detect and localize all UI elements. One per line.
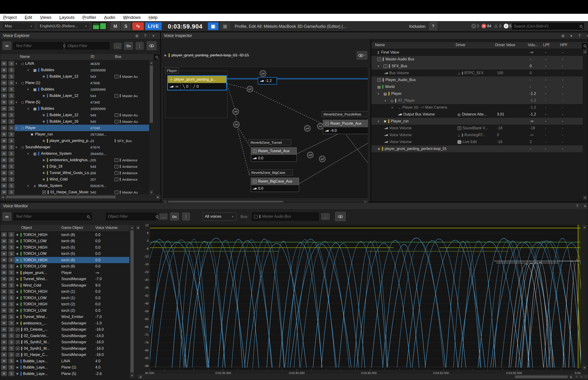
scroll-up-icon[interactable]: ▲ xyxy=(150,61,153,64)
scroll-up-icon[interactable]: ▲ xyxy=(583,50,587,54)
text-filter-input[interactable] xyxy=(16,44,63,48)
voice-row[interactable]: MS✳Bubble_Laye...Plane (5)-2.6 xyxy=(0,371,129,377)
more-options-button[interactable]: … xyxy=(160,213,167,220)
solo-button[interactable]: S xyxy=(8,302,14,307)
mute-button[interactable]: M xyxy=(1,151,7,156)
output-bus-node[interactable]: ▂▄▆-1.2 xyxy=(258,77,277,84)
voice-row[interactable]: MS✳TORCH_LOWtorch (1)0.0 xyxy=(0,295,129,301)
solo-button[interactable]: S xyxy=(8,170,14,175)
scroll-down-icon[interactable]: ▼ xyxy=(583,366,586,369)
object-filter-input[interactable] xyxy=(108,214,156,219)
column-volu-[interactable]: Volu... xyxy=(528,43,538,47)
contribution-row[interactable]: ∨✖Player_run-∞-- xyxy=(372,118,583,125)
solo-button[interactable]: S xyxy=(8,157,14,163)
tree-row[interactable]: MS∨□LAVA46320 xyxy=(0,60,149,67)
contribution-row[interactable]: ∨↑SFX_Bus0-- xyxy=(372,63,583,70)
aux-bus-node[interactable]: ≈Room_BigCave_Aux▂▄▆0.0 xyxy=(251,178,299,192)
bus-field[interactable]: ↑ Master Audio Bus xyxy=(252,212,319,221)
scroll-up-icon[interactable]: ▲ xyxy=(583,225,586,229)
column-game-object[interactable]: Game Object xyxy=(61,226,83,230)
solo-button[interactable]: S xyxy=(8,145,14,150)
object-filter-box[interactable] xyxy=(106,213,157,220)
mute-button[interactable]: M xyxy=(1,170,7,175)
object-filter-input[interactable] xyxy=(68,44,115,48)
contribution-row[interactable]: ≈Player_Audio_Bus--- xyxy=(372,76,583,83)
close-icon[interactable]: × xyxy=(150,33,157,38)
solo-button[interactable]: S xyxy=(8,151,14,156)
link-icon[interactable]: ∞ xyxy=(2,41,11,50)
voice-row[interactable]: MS✳TORCH_HIGHtorch (2)0.0 xyxy=(0,301,129,307)
voice-node[interactable]: ✳player_grunt_panting_p...▂▄▆-∞╲0╱0 xyxy=(167,75,227,91)
chevron-down-icon[interactable]: ∨ xyxy=(15,126,20,130)
solo-button[interactable]: S xyxy=(8,327,14,332)
solo-button[interactable]: S xyxy=(8,80,14,85)
mute-solo-defaults-button[interactable]: Ds xyxy=(124,42,133,50)
solo-button[interactable]: S xyxy=(8,100,14,105)
tree-row[interactable]: MS✳Tunnel_Wind_Gusts_Lo...206↑Ambience xyxy=(0,170,149,176)
column-driver-value[interactable]: Driver Value xyxy=(495,43,515,47)
menu-item-profiler[interactable]: Profiler xyxy=(82,15,96,20)
mute-button[interactable]: M xyxy=(1,270,7,275)
kebab-menu-icon[interactable]: ⋮ xyxy=(182,213,190,220)
platform-dropdown[interactable]: Mac ▼ xyxy=(2,22,35,30)
voice-row[interactable]: MS✳Tunnel_Wind...Wind_Emitter-7.0 xyxy=(0,314,129,320)
voice-row[interactable]: MS✳TORCH_HIGHtorch (8)0.0 xyxy=(0,232,129,238)
errors-icon[interactable]: ✕ xyxy=(481,24,486,28)
tree-row[interactable]: MS✳Drip_18549↑Ambience xyxy=(0,163,149,170)
mute-button[interactable]: M xyxy=(1,100,7,105)
voice-volume-graph[interactable] xyxy=(150,225,581,370)
mute-button[interactable]: M xyxy=(1,371,7,376)
solo-button[interactable]: S xyxy=(8,61,14,66)
mute-button[interactable]: M xyxy=(1,245,7,250)
close-icon[interactable]: × xyxy=(582,203,588,209)
contribution-row[interactable]: ▂▄▆Voice VolumeLIVELive Edit-162-- xyxy=(372,138,583,145)
voice-row[interactable]: MS⇄01_Harpe_C...SoundManager-16.0 xyxy=(0,352,129,358)
tree-row[interactable]: MS⇄01_Harpe_Cave_Music540↑Master Au xyxy=(0,189,149,194)
chevron-down-icon[interactable]: ∨ xyxy=(384,99,389,102)
voice-row[interactable]: MS✳Tunnel_Wind...SoundManager-7.0 xyxy=(0,276,129,282)
solo-button[interactable]: S xyxy=(8,270,14,275)
tree-row[interactable]: MS∨▦Bubbles10055999 xyxy=(0,86,149,93)
tree-row[interactable]: MS✳ambisonics_koldinghus...205↑Ambience xyxy=(0,157,149,163)
solo-button[interactable]: S xyxy=(8,125,14,131)
column-object[interactable]: Object xyxy=(21,226,32,230)
aux-bus-node[interactable]: ≈Room_Puzzle_Aux▂▄▆-4.0 xyxy=(323,120,368,134)
column-bus[interactable]: Bus xyxy=(115,55,121,59)
chevron-down-icon[interactable]: ∨ xyxy=(377,120,382,123)
column-search-icon[interactable] xyxy=(582,43,588,49)
object-filter-box[interactable] xyxy=(65,42,110,49)
scroll-left-icon[interactable]: ◀ xyxy=(1,195,5,199)
aux-bus-node[interactable]: ≈Room_Tunnel_Aux▂▄▆0.0 xyxy=(251,147,297,162)
contribution-row[interactable]: ∨◎AT_Player-1.2-- xyxy=(372,97,583,104)
capture-button[interactable]: ∿ xyxy=(132,22,144,30)
solo-button[interactable]: S xyxy=(8,276,14,282)
mute-button[interactable]: M xyxy=(1,125,7,131)
mute-button[interactable]: M xyxy=(1,295,7,300)
solo-button[interactable]: S xyxy=(8,239,14,244)
master-solo-button[interactable]: S xyxy=(121,22,131,30)
contribution-row[interactable]: ∨▤Player-1.2-- xyxy=(372,90,583,97)
contribution-row[interactable]: ▂▄▆Output Bus Volume◎Distance Atte...3.0… xyxy=(372,111,583,118)
voice-row[interactable]: MS✳TORCH_HIGHtorch (6)0.0 xyxy=(0,257,129,263)
solo-button[interactable]: S xyxy=(8,113,14,117)
voice-row[interactable]: MS✳TORCH_HIGHtorch (1)0.0 xyxy=(0,289,129,295)
solo-button[interactable]: S xyxy=(8,93,14,98)
tree-row[interactable]: MS∨□Plane (1)47608 xyxy=(0,80,149,86)
mute-button[interactable]: M xyxy=(1,164,7,169)
tree-row[interactable]: MS✳Bubble_Layer_12548↑Master Au xyxy=(0,112,149,118)
search-input[interactable] xyxy=(514,24,580,28)
menu-item-audio[interactable]: Audio xyxy=(104,15,115,20)
gear-icon[interactable]: ⚙ xyxy=(560,33,566,38)
more-options-button[interactable]: … xyxy=(114,43,121,49)
mute-button[interactable]: M xyxy=(1,87,7,92)
text-filter-box[interactable] xyxy=(14,213,92,220)
column-name[interactable]: Name xyxy=(20,55,30,59)
solo-button[interactable]: S xyxy=(8,371,14,376)
remote-sync-icon[interactable]: ▣ xyxy=(220,22,230,30)
mute-button[interactable]: M xyxy=(1,346,7,351)
contribution-row[interactable]: ↑Master Audio Bus--- xyxy=(372,56,583,63)
mute-button[interactable]: M xyxy=(1,257,7,263)
solo-button[interactable]: S xyxy=(8,74,14,79)
mute-button[interactable]: M xyxy=(1,276,7,282)
solo-button[interactable]: S xyxy=(8,132,14,137)
